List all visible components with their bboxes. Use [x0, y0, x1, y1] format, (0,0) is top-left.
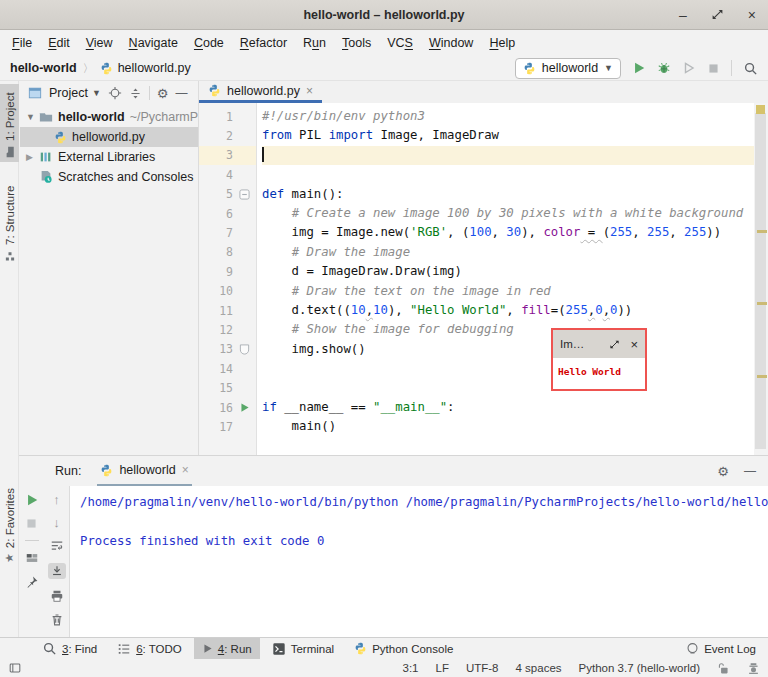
menu-view[interactable]: View: [78, 36, 121, 50]
toolwindow-tab-favorites[interactable]: ★ 2: Favorites: [0, 479, 19, 567]
close-icon[interactable]: ×: [630, 337, 638, 352]
menu-edit[interactable]: Edit: [40, 36, 78, 50]
event-log-button[interactable]: Event Log: [686, 638, 768, 659]
maximize-button[interactable]: [711, 8, 724, 21]
scroll-to-end-button[interactable]: [48, 563, 66, 579]
scrollbar-thumb[interactable]: [755, 113, 766, 449]
status-line-separator[interactable]: LF: [436, 662, 449, 674]
menu-refactor[interactable]: Refactor: [232, 36, 295, 50]
menu-navigate[interactable]: Navigate: [121, 36, 186, 50]
search-everywhere-button[interactable]: [743, 61, 758, 76]
toolwindow-button-python-console[interactable]: Python Console: [346, 638, 461, 659]
minimize-button[interactable]: –: [679, 8, 687, 22]
fold-collapse-icon[interactable]: [233, 185, 255, 204]
toolwindow-button-4-run[interactable]: 4: Run: [194, 638, 260, 659]
rerun-button[interactable]: [25, 493, 39, 507]
expand-icon[interactable]: [609, 339, 620, 350]
project-panel-title[interactable]: Project: [49, 86, 88, 100]
locate-file-button[interactable]: [108, 86, 122, 100]
code-line-11[interactable]: d.text((10,10), "Hello World", fill=(255…: [262, 301, 754, 320]
code-line-8[interactable]: # Draw the image: [262, 243, 754, 262]
menu-help[interactable]: Help: [481, 36, 523, 50]
status-caret-position[interactable]: 3:1: [403, 662, 419, 674]
status-file-encoding[interactable]: UTF-8: [466, 662, 499, 674]
code-line-3[interactable]: [262, 146, 754, 165]
toolwindow-toggle-icon[interactable]: [8, 661, 22, 675]
stop-button[interactable]: [707, 62, 720, 75]
run-tab-helloworld[interactable]: helloworld ×: [97, 456, 191, 486]
menu-tools[interactable]: Tools: [334, 36, 379, 50]
collapse-all-button[interactable]: [129, 87, 142, 100]
toolwindow-button-3-find[interactable]: 3: Find: [34, 638, 105, 659]
gear-icon[interactable]: ⚙: [157, 87, 169, 100]
tree-item-external-libraries[interactable]: ▶External Libraries: [20, 147, 198, 167]
code-line-16[interactable]: if __name__ == "__main__":: [262, 398, 754, 417]
status-python-interpreter[interactable]: Python 3.7 (hello-world): [579, 662, 700, 674]
editor-tab-helloworld[interactable]: helloworld.py ×: [199, 81, 322, 103]
run-configuration-select[interactable]: helloworld ▼: [515, 58, 621, 79]
gear-icon[interactable]: ⚙: [717, 465, 729, 478]
up-stacktrace-button[interactable]: ↑: [53, 493, 60, 506]
code-area[interactable]: #!/usr/bin/env python3from PIL import Im…: [257, 103, 754, 455]
image-preview-titlebar[interactable]: Im… ×: [553, 330, 645, 358]
clear-console-button[interactable]: [50, 613, 64, 627]
code-line-12[interactable]: # Show the image for debugging: [262, 320, 754, 339]
code-line-14[interactable]: [262, 359, 754, 378]
down-stacktrace-button[interactable]: ↓: [53, 516, 60, 529]
code-line-4[interactable]: [262, 165, 754, 184]
image-preview-window[interactable]: Im… × Hello World: [551, 328, 647, 391]
warning-stripe-mark[interactable]: [757, 375, 767, 378]
print-button[interactable]: [50, 589, 64, 603]
code-line-10[interactable]: # Draw the text on the image in red: [262, 282, 754, 301]
menu-file[interactable]: File: [4, 36, 40, 50]
status-indent-style[interactable]: 4 spaces: [516, 662, 562, 674]
lock-open-icon[interactable]: [717, 662, 730, 675]
debug-button[interactable]: [657, 61, 671, 75]
tree-collapsed-arrow-icon[interactable]: ▶: [26, 152, 39, 162]
breadcrumb-file[interactable]: helloworld.py: [100, 61, 191, 75]
tree-item-scratches-and-consoles[interactable]: Scratches and Consoles: [20, 167, 198, 187]
toolwindow-tab-structure[interactable]: 7: Structure: [0, 176, 19, 266]
code-line-13[interactable]: img.show(): [262, 340, 754, 359]
tree-expanded-arrow-icon[interactable]: ▼: [26, 112, 39, 122]
close-tab-icon[interactable]: ×: [182, 463, 189, 477]
pin-tab-button[interactable]: [25, 575, 39, 589]
menu-window[interactable]: Window: [421, 36, 481, 50]
toolwindow-button-6-todo[interactable]: 6: TODO: [109, 638, 190, 659]
close-button[interactable]: ×: [748, 8, 756, 22]
code-line-2[interactable]: from PIL import Image, ImageDraw: [262, 126, 754, 145]
toolwindow-tab-project[interactable]: 1: Project: [0, 84, 19, 162]
soft-wrap-button[interactable]: [50, 539, 64, 553]
menu-vcs[interactable]: VCS: [379, 36, 421, 50]
project-tree: ▼hello-world~/PycharmPrhelloworld.py▶Ext…: [20, 105, 198, 187]
run-button[interactable]: [632, 61, 646, 75]
run-panel-header: Run: helloworld × ⚙ —: [0, 456, 768, 486]
menu-run[interactable]: Run: [295, 36, 334, 50]
tree-item-helloworld-py[interactable]: helloworld.py: [20, 127, 198, 147]
tree-item-hello-world[interactable]: ▼hello-world~/PycharmPr: [20, 107, 198, 127]
fold-end-icon[interactable]: [233, 340, 255, 359]
code-line-15[interactable]: [262, 378, 754, 397]
menu-code[interactable]: Code: [186, 36, 232, 50]
restore-layout-button[interactable]: [25, 551, 39, 565]
toolwindow-button-terminal[interactable]: Terminal: [264, 638, 342, 659]
warning-stripe-mark[interactable]: [757, 302, 767, 305]
code-line-9[interactable]: d = ImageDraw.Draw(img): [262, 262, 754, 281]
run-gutter-icon[interactable]: [233, 398, 255, 417]
code-line-5[interactable]: def main():: [262, 185, 754, 204]
code-line-17[interactable]: main(): [262, 417, 754, 436]
titlebar[interactable]: hello-world – helloworld.py – ×: [0, 0, 768, 30]
inspections-profile-icon[interactable]: [747, 662, 760, 675]
hide-panel-button[interactable]: —: [744, 465, 756, 477]
stop-process-button[interactable]: [25, 517, 38, 530]
run-console-output[interactable]: /home/pragmalin/venv/hello-world/bin/pyt…: [69, 486, 768, 637]
run-with-coverage-button[interactable]: [682, 61, 696, 75]
code-line-1[interactable]: #!/usr/bin/env python3: [262, 107, 754, 126]
warning-stripe-mark[interactable]: [757, 230, 767, 233]
breadcrumb-project[interactable]: hello-world: [10, 61, 77, 75]
code-line-6[interactable]: # Create a new image 100 by 30 pixels wi…: [262, 204, 754, 223]
code-line-7[interactable]: img = Image.new('RGB', (100, 30), color …: [262, 223, 754, 242]
code-editor[interactable]: 1234567891011121314151617 #!/usr/bin/env…: [199, 103, 754, 455]
close-tab-icon[interactable]: ×: [306, 84, 313, 98]
hide-panel-button[interactable]: —: [175, 87, 187, 99]
